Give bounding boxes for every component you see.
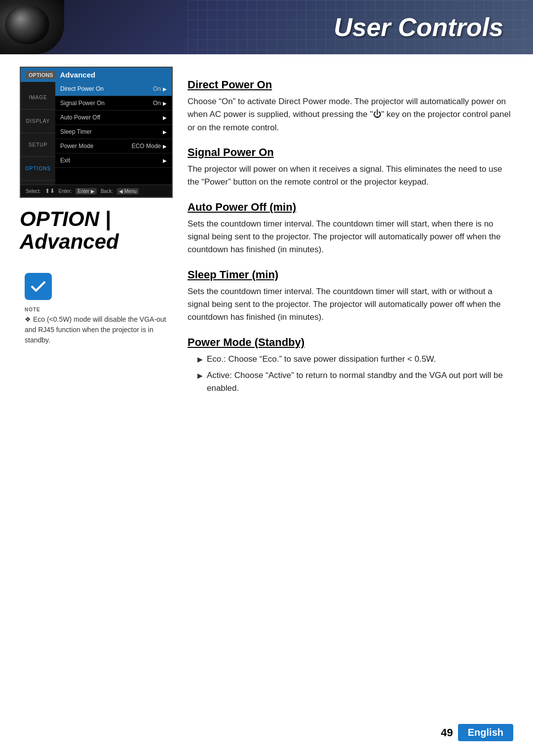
option-title-box: OPTION | Advanced (20, 208, 173, 253)
osd-sidebar-image: IMAGE (21, 86, 55, 110)
option-title-line1: OPTION | (20, 208, 173, 230)
osd-arrow-4: ▶ (163, 144, 167, 149)
left-column: OPTIONS Advanced IMAGE DISPLAY SETUP OPT… (20, 67, 173, 398)
bullet-arrow-active: ▶ (197, 371, 203, 381)
osd-footer: Select: ⬆⬇ Enter: Enter ▶ Back: ◀ Menu (21, 185, 172, 197)
osd-container: OPTIONS Advanced IMAGE DISPLAY SETUP OPT… (20, 67, 173, 198)
note-box: Note ❖ Eco (<0.5W) mode will disable the… (20, 268, 173, 350)
osd-header: OPTIONS Advanced (21, 68, 172, 82)
osd-body: IMAGE DISPLAY SETUP OPTIONS Direct Power… (21, 82, 172, 185)
main-layout: OPTIONS Advanced IMAGE DISPLAY SETUP OPT… (0, 54, 533, 438)
section-signal-power-on: Signal Power On The projector will power… (188, 146, 513, 189)
note-text: ❖ Eco (<0.5W) mode will disable the VGA-… (25, 314, 168, 345)
osd-sidebar-options: OPTIONS (21, 157, 55, 181)
section-body-sleep: Sets the countdown timer interval. The c… (188, 285, 513, 324)
section-heading-direct: Direct Power On (188, 78, 513, 91)
osd-row-auto-power: Auto Power Off ▶ (55, 111, 172, 125)
osd-sidebar: IMAGE DISPLAY SETUP OPTIONS (21, 82, 55, 185)
osd-menu: OPTIONS Advanced IMAGE DISPLAY SETUP OPT… (20, 67, 173, 198)
section-body-signal: The projector will power on when it rece… (188, 163, 513, 189)
page-footer: 49 English (436, 724, 513, 741)
section-power-mode: Power Mode (Standby) ▶ Eco.: Choose “Eco… (188, 336, 513, 395)
section-heading-sleep: Sleep Timer (min) (188, 268, 513, 281)
osd-arrow-1: ▶ (163, 101, 167, 106)
osd-arrow-3: ▶ (163, 129, 167, 135)
section-auto-power-off: Auto Power Off (min) Sets the countdown … (188, 201, 513, 257)
page-number: 49 (436, 724, 457, 741)
content-sections: Direct Power On Choose “On” to activate … (188, 67, 513, 398)
osd-menu-rows: Direct Power On On ▶ Signal Power On On … (55, 82, 172, 185)
osd-arrow-5: ▶ (163, 158, 167, 163)
osd-options-tag: OPTIONS (26, 71, 56, 79)
section-direct-power-on: Direct Power On Choose “On” to activate … (188, 78, 513, 134)
osd-sidebar-setup: SETUP (21, 133, 55, 157)
note-label: Note (25, 307, 168, 312)
osd-back-key: ◀ Menu (117, 188, 139, 194)
osd-row-direct-power: Direct Power On On ▶ (55, 82, 172, 96)
osd-arrow-0: ▶ (163, 86, 167, 92)
option-title-line2: Advanced (20, 230, 173, 253)
page-header: User Controls (0, 0, 533, 54)
osd-row-signal-power: Signal Power On On ▶ (55, 96, 172, 111)
section-body-auto: Sets the countdown timer interval. The c… (188, 218, 513, 257)
osd-row-exit: Exit ▶ (55, 153, 172, 168)
bullet-active: ▶ Active: Choose “Active” to return to n… (197, 369, 513, 394)
osd-advanced-tag: Advanced (60, 71, 96, 79)
osd-sidebar-display: DISPLAY (21, 110, 55, 133)
section-heading-auto: Auto Power Off (min) (188, 201, 513, 214)
power-mode-bullets: ▶ Eco.: Choose “Eco.” to save power diss… (197, 353, 513, 395)
section-sleep-timer: Sleep Timer (min) Sets the countdown tim… (188, 268, 513, 324)
osd-arrow-2: ▶ (163, 115, 167, 120)
checkmark-icon (30, 278, 47, 295)
osd-enter-key: Enter ▶ (76, 188, 97, 194)
note-icon (25, 273, 52, 300)
osd-row-sleep-timer: Sleep Timer ▶ (55, 125, 172, 139)
bullet-eco: ▶ Eco.: Choose “Eco.” to save power diss… (197, 353, 513, 366)
osd-row-power-mode: Power Mode ECO Mode ▶ (55, 139, 172, 153)
page-language: English (458, 724, 513, 741)
bullet-arrow-eco: ▶ (197, 354, 203, 365)
lens-decoration (0, 0, 64, 54)
page-title: User Controls (334, 12, 503, 42)
section-body-direct: Choose “On” to activate Direct Power mod… (188, 95, 513, 134)
section-heading-power-mode: Power Mode (Standby) (188, 336, 513, 349)
section-heading-signal: Signal Power On (188, 146, 513, 159)
